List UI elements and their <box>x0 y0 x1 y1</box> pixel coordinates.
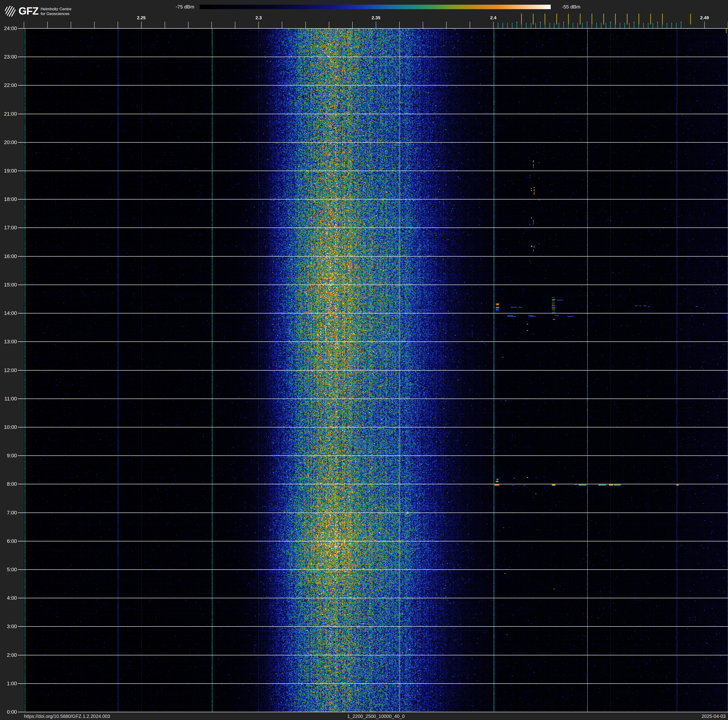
wifi-channel-tick <box>650 14 651 25</box>
dataset-filename: 1_2200_2500_10000_40_0 <box>347 713 405 719</box>
ble-channel-tick <box>573 23 573 28</box>
ble-channel-tick <box>676 23 677 28</box>
header-bar: GFZ Helmholtz Centre for Geosciences -75… <box>0 0 728 28</box>
ble-channel-tick <box>507 23 508 28</box>
hour-gridline <box>18 484 728 484</box>
hour-gridline <box>18 227 728 228</box>
hour-gridline <box>18 626 728 627</box>
hour-gridline <box>18 57 728 57</box>
wifi-channel-tick <box>627 14 627 25</box>
ble-channel-tick <box>587 23 587 28</box>
hour-gridline <box>18 569 728 570</box>
time-label: 22:00 <box>0 82 17 88</box>
time-label: 2:00 <box>0 652 17 658</box>
ble-channel-tick <box>549 23 550 28</box>
ble-channel-tick <box>634 23 634 28</box>
ble-channel-tick <box>498 23 498 28</box>
wifi-channel-tick <box>544 14 545 25</box>
freq-major-tick <box>399 21 400 28</box>
freq-tick-label: 2.49 <box>700 15 709 21</box>
doi-link: https://doi.org/10.5880/GFZ.1.2.2024.003 <box>24 713 110 719</box>
hour-gridline <box>18 712 728 712</box>
freq-tick-label: 2.35 <box>372 15 381 21</box>
ble-channel-tick <box>526 23 526 28</box>
freq-major-tick <box>211 21 212 28</box>
hour-gridline <box>18 199 728 199</box>
freq-major-tick <box>282 21 282 28</box>
time-label: 12:00 <box>0 367 17 374</box>
ble-channel-tick <box>606 23 606 28</box>
time-label: 6:00 <box>0 538 17 544</box>
time-label: 14:00 <box>0 310 17 316</box>
time-label: 5:00 <box>0 567 17 573</box>
time-label: 24:00 <box>0 25 17 32</box>
colorbar-gradient <box>200 5 551 9</box>
hour-gridline <box>18 655 728 656</box>
ble-channel-tick <box>648 23 648 28</box>
wifi-channel-tick <box>580 14 581 25</box>
date-label: 2025-04-03 <box>702 713 726 719</box>
wifi-channel-tick <box>690 14 691 25</box>
freq-major-tick <box>235 21 235 28</box>
time-label: 15:00 <box>0 282 17 288</box>
time-label: 19:00 <box>0 168 17 174</box>
wifi-channel-tick <box>556 14 557 25</box>
freq-major-tick <box>423 21 423 28</box>
ble-channel-tick <box>559 23 559 28</box>
ble-channel-tick <box>681 23 681 28</box>
gfz-logo-subtitle: Helmholtz Centre for Geosciences <box>41 7 71 16</box>
hour-gridline <box>18 427 728 427</box>
ble-channel-tick <box>667 23 667 28</box>
wifi-channel-tick <box>662 14 663 25</box>
time-label: 17:00 <box>0 225 17 231</box>
ble-channel-tick <box>620 23 620 28</box>
ble-channel-tick <box>653 23 653 28</box>
hour-gridline <box>18 85 728 86</box>
gfz-logo-subtitle-line1: Helmholtz Centre <box>41 7 71 12</box>
hour-gridline <box>18 171 728 171</box>
gfz-globe-icon <box>5 6 16 17</box>
hour-gridline <box>18 256 728 257</box>
time-label: 11:00 <box>0 396 17 402</box>
wifi-channel-tick <box>592 14 592 25</box>
wifi-channel-tick <box>521 14 522 25</box>
wifi-channel-tick <box>603 14 604 25</box>
hour-gridline <box>18 398 728 399</box>
hour-gridline <box>18 370 728 371</box>
wifi-channel-tick <box>568 14 569 25</box>
hour-gridline <box>18 455 728 456</box>
colorbar-min-label: -75 dBm <box>176 4 194 10</box>
time-label: 20:00 <box>0 139 17 146</box>
freq-major-tick <box>352 21 353 28</box>
ble-channel-tick <box>629 23 630 28</box>
freq-major-tick <box>493 21 494 28</box>
hour-gridline <box>18 598 728 598</box>
freq-major-tick <box>24 21 24 28</box>
freq-major-tick <box>141 21 142 28</box>
ble-channel-tick <box>563 23 564 28</box>
ble-channel-tick <box>554 23 554 28</box>
time-label: 13:00 <box>0 339 17 345</box>
time-label: 10:00 <box>0 424 17 430</box>
hour-gridline <box>18 313 728 314</box>
ble-channel-tick <box>671 23 672 28</box>
gfz-logo-text: GFZ <box>18 5 38 17</box>
ble-channel-tick <box>512 23 512 28</box>
freq-major-tick <box>329 21 329 28</box>
freq-major-tick <box>376 21 376 28</box>
hour-gridline <box>18 285 728 285</box>
hour-gridline <box>18 541 728 541</box>
freq-major-tick <box>470 21 470 28</box>
freq-tick-label: 2.3 <box>255 15 262 21</box>
hour-gridline <box>18 513 728 513</box>
ble-channel-tick <box>624 23 625 28</box>
freq-major-tick <box>446 21 447 28</box>
time-label: 9:00 <box>0 453 17 459</box>
time-label: 16:00 <box>0 253 17 259</box>
time-label: 23:00 <box>0 54 17 60</box>
colorbar-max-label: -55 dBm <box>562 4 580 10</box>
wifi-channel-tick <box>615 14 616 25</box>
freq-major-tick <box>305 21 306 28</box>
freq-major-tick <box>258 21 259 28</box>
time-label: 3:00 <box>0 623 17 630</box>
